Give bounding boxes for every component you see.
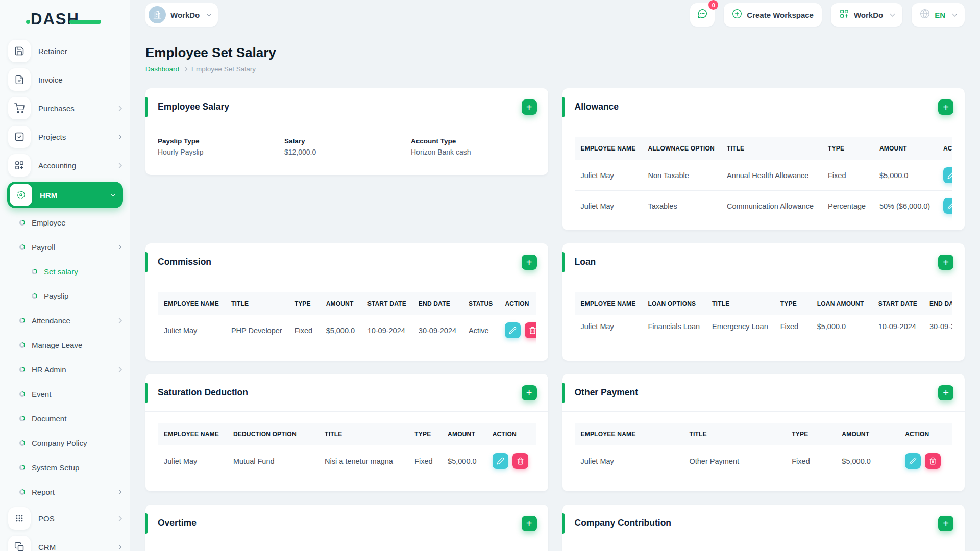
field-value: $12,000.0 [284,148,411,156]
edit-button[interactable] [943,198,952,214]
field-label: Salary [284,137,411,145]
cell: $5,000.0 [320,315,361,346]
cell: Mutual Fund [227,446,318,477]
employee-salary-fields: Payslip Type Hourly Payslip Salary $12,0… [145,126,548,170]
column-header: TYPE [288,292,320,315]
field-value: Hourly Payslip [158,148,284,156]
add-other-payment-button[interactable]: + [938,385,953,400]
column-header: TYPE [408,423,442,446]
sidebar-subitem-payroll[interactable]: Payroll [0,235,130,259]
table-row: Juliet May Taxables Communication Allowa… [575,191,953,221]
sidebar-item-retainer[interactable]: Retainer [0,37,130,65]
edit-button[interactable] [505,322,521,338]
bullet-icon [19,440,25,446]
sidebar-subitem-system-setup[interactable]: System Setup [0,455,130,480]
sidebar-item-purchases[interactable]: Purchases [0,94,130,122]
table-row: Juliet May Non Taxable Annual Health All… [575,160,953,191]
card-company-contribution: Company Contribution + [562,505,965,551]
app-switcher[interactable]: WorkDo [831,3,902,27]
create-workspace-button[interactable]: Create Workspace [724,3,822,27]
chat-icon [697,8,708,21]
sidebar-subitem-hr-admin[interactable]: HR Admin [0,357,130,382]
sidebar-subitem-label: Payroll [32,243,114,252]
add-loan-button[interactable]: + [938,255,953,270]
bullet-icon [32,293,37,299]
table-row: Juliet May Mutual Fund Nisi a tenetur ma… [158,446,536,477]
column-header: TYPE [786,423,836,446]
table-row: Juliet May Other Payment Fixed $5,000.0 [575,446,953,477]
cell: Percentage [822,191,873,221]
sidebar-item-label: Purchases [38,104,114,113]
sidebar-subitem-report[interactable]: Report [0,480,130,504]
column-header: START DATE [872,292,923,315]
column-header: DEDUCTION OPTION [227,423,318,446]
column-header: TITLE [721,137,822,160]
chevron-down-icon [890,11,895,16]
cell: Juliet May [575,191,642,221]
loan-table: EMPLOYEE NAME LOAN OPTIONS TITLE TYPE LO… [575,292,953,338]
table-row: Juliet May Financials Loan Emergency Loa… [575,315,953,338]
language-selector[interactable]: EN [912,3,965,27]
column-header: ACTION [937,137,952,160]
table-header-row: EMPLOYEE NAME LOAN OPTIONS TITLE TYPE LO… [575,292,953,315]
sidebar-subitem-document[interactable]: Document [0,406,130,431]
sidebar-subitem-set-salary[interactable]: Set salary [0,259,130,284]
sidebar-subitem-manage-leave[interactable]: Manage Leave [0,333,130,357]
sidebar-item-crm[interactable]: CRM [0,533,130,551]
messages-button[interactable]: 0 [690,3,715,27]
app-logo[interactable]: DASH [31,10,102,33]
card-saturation-deduction: Saturation Deduction + EMPLOYEE NAME DED… [145,374,548,491]
workspace-switcher[interactable]: WorkDo [145,3,218,27]
bullet-icon [19,416,25,421]
edit-button[interactable] [493,453,508,469]
sidebar-subitem-payslip[interactable]: Payslip [0,284,130,308]
app-switcher-label: WorkDo [854,11,883,19]
sidebar-item-invoice[interactable]: Invoice [0,65,130,94]
add-allowance-button[interactable]: + [938,99,953,115]
card-header: Employee Salary + [145,88,548,126]
sidebar-subitem-company-policy[interactable]: Company Policy [0,431,130,455]
sidebar-subitem-employee[interactable]: Employee [0,210,130,235]
sidebar-item-accounting[interactable]: Accounting [0,151,130,180]
bullet-icon [19,465,25,470]
column-header: AMOUNT [320,292,361,315]
allowance-table: EMPLOYEE NAME ALLOWNACE OPTION TITLE TYP… [575,137,953,221]
add-employee-salary-button[interactable]: + [522,99,537,115]
edit-button[interactable] [905,453,921,469]
sidebar-subitem-event[interactable]: Event [0,382,130,406]
bullet-icon [19,220,25,226]
cell: 50% ($6,000.0) [873,191,937,221]
add-saturation-deduction-button[interactable]: + [522,385,537,400]
table-header-row: EMPLOYEE NAME DEDUCTION OPTION TITLE TYP… [158,423,536,446]
sidebar-subitem-label: Manage Leave [32,341,121,349]
add-company-contribution-button[interactable]: + [938,516,953,531]
payslip-type-field: Payslip Type Hourly Payslip [158,137,284,156]
cards-grid: Employee Salary + Payslip Type Hourly Pa… [145,88,965,551]
cell: Taxables [642,191,721,221]
chevron-right-icon [117,244,122,249]
delete-button[interactable] [925,453,941,469]
sidebar-item-pos[interactable]: POS [0,504,130,533]
sidebar-item-hrm[interactable]: HRM [7,182,123,208]
sidebar-item-label: CRM [38,543,114,551]
edit-button[interactable] [943,167,952,183]
sidebar-item-projects[interactable]: Projects [0,122,130,151]
cell: Juliet May [575,315,642,338]
cell: $5,000.0 [811,315,872,338]
delete-button[interactable] [512,453,528,469]
card-title: Loan [575,257,939,267]
cell: Juliet May [158,315,225,346]
bullet-icon [19,489,25,495]
column-header: EMPLOYEE NAME [158,423,227,446]
delete-button[interactable] [525,322,535,338]
column-header: TYPE [774,292,811,315]
sidebar-subitem-label: HR Admin [32,365,114,374]
cell: Fixed [822,160,873,191]
column-header: END DATE [412,292,462,315]
sidebar-subitem-attendance[interactable]: Attendance [0,308,130,333]
add-commission-button[interactable]: + [522,255,537,270]
cell: Annual Health Allowance [721,160,822,191]
card-overtime: Overtime + [145,505,548,551]
add-overtime-button[interactable]: + [522,516,537,531]
breadcrumb-dashboard-link[interactable]: Dashboard [145,65,179,73]
